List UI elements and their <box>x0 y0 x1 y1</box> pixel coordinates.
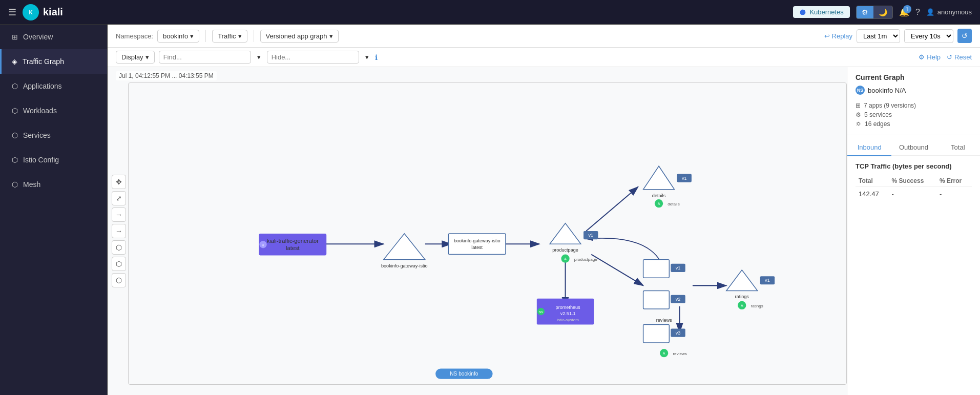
help-icon[interactable]: ? <box>915 8 920 17</box>
tcp-title: TCP Traffic (bytes per second) <box>856 162 972 170</box>
sidebar-item-overview[interactable]: ⊞ Overview <box>0 25 107 49</box>
graph-canvas[interactable]: Jul 1, 04:12:55 PM ... 04:13:55 PM ✥ ⤢ →… <box>108 67 847 395</box>
bell-wrap[interactable]: 🔔 1 <box>899 7 909 17</box>
traffic-dropdown-icon: ▾ <box>238 32 242 40</box>
apps-label: 7 apps (9 versions) <box>864 102 916 109</box>
graph-timestamp: Jul 1, 04:12:55 PM ... 04:13:55 PM <box>116 71 217 80</box>
sidebar-item-applications[interactable]: ⬡ Applications <box>0 74 107 98</box>
fit-tool[interactable]: ⤢ <box>112 191 126 205</box>
ns-bookinfo-text: NS bookinfo <box>450 371 478 377</box>
svg-text:K: K <box>29 10 33 15</box>
toolbar-right: ↩ Replay Last 1m Every 10s ↺ <box>824 29 972 43</box>
edges-icon: ⛭ <box>856 120 862 128</box>
help-button[interactable]: ⚙ Help <box>919 53 941 61</box>
namespace-label: Namespace: <box>116 32 153 40</box>
graph-main: Jul 1, 04:12:55 PM ... 04:13:55 PM ✥ ⤢ →… <box>108 67 847 395</box>
gateway-latest-label1: bookinfo-gateway-istio <box>454 238 501 243</box>
theme-light-button[interactable]: ⚙ <box>857 6 873 18</box>
sidebar-item-workloads[interactable]: ⬡ Workloads <box>0 98 107 123</box>
logo: K kiali <box>23 4 63 20</box>
productpage-node[interactable] <box>550 223 581 244</box>
right-panel-title: Current Graph <box>847 67 980 84</box>
graph-svg: kiali-traffic-generator latest K bookinf… <box>129 83 846 384</box>
tab-outbound[interactable]: Outbound <box>891 139 935 156</box>
reviews-v2-text: v2 <box>676 297 681 302</box>
traffic-dropdown[interactable]: Traffic ▾ <box>212 30 247 43</box>
refresh-button[interactable]: ↺ <box>957 29 972 43</box>
kubernetes-button[interactable]: Kubernetes <box>793 6 850 18</box>
help-icon: ⚙ <box>919 53 925 61</box>
ratings-label: ratings <box>735 294 749 299</box>
reset-label: Reset <box>954 53 972 61</box>
productpage-v1-text: v1 <box>588 233 593 238</box>
istio-config-icon: ⬡ <box>12 156 18 164</box>
user-info[interactable]: 👤 anonymous <box>926 8 972 16</box>
sidebar-item-traffic-graph[interactable]: ◈ Traffic Graph <box>0 49 107 74</box>
reviews-v3-node[interactable] <box>643 324 670 342</box>
tab-total[interactable]: Total <box>936 139 980 156</box>
network2-tool[interactable]: ⬡ <box>112 257 126 271</box>
edge-4 <box>586 187 638 231</box>
gateway-latest-label2: latest <box>471 245 483 250</box>
arrow-right-tool[interactable]: → <box>112 207 126 222</box>
hide-input[interactable] <box>267 51 359 64</box>
edges-stat: ⛭ 16 edges <box>856 119 972 129</box>
arrow-right2-tool[interactable]: → <box>112 224 126 238</box>
details-label: details <box>652 193 666 198</box>
sidebar-item-istio-config[interactable]: ⬡ Istio Config <box>0 148 107 172</box>
gateway-istio-label: bookinfo-gateway-istio <box>381 263 428 268</box>
namespace-dropdown[interactable]: bookinfo ▾ <box>157 30 199 43</box>
ns-name: bookinfo N/A <box>868 87 906 94</box>
find-input[interactable] <box>159 51 251 64</box>
sidebar-item-label: Overview <box>23 33 53 41</box>
traffic-label: Traffic <box>218 32 236 40</box>
tab-inbound[interactable]: Inbound <box>847 139 891 156</box>
display-dropdown[interactable]: Display ▾ <box>116 51 155 64</box>
layout-tool[interactable]: ⬡ <box>112 273 126 287</box>
prometheus-label1: prometheus <box>556 305 581 310</box>
main-layout: ⊞ Overview ◈ Traffic Graph ⬡ Application… <box>0 25 980 395</box>
gateway-latest-box[interactable] <box>448 234 506 255</box>
sidebar-item-services[interactable]: ⬡ Services <box>0 123 107 148</box>
namespace-group: Namespace: bookinfo ▾ <box>116 30 199 43</box>
reviews-v1-node[interactable] <box>643 260 670 278</box>
reviews-v2-node[interactable] <box>643 291 670 309</box>
theme-dark-button[interactable]: 🌙 <box>873 6 892 18</box>
success-value: - <box>889 187 936 201</box>
help-label: Help <box>927 53 941 61</box>
toolbar-separator-1 <box>205 30 206 42</box>
ratings-app-text: A <box>741 304 743 308</box>
svg-point-2 <box>800 9 806 15</box>
ns-badge-circle: NS <box>856 86 865 95</box>
hamburger-icon[interactable]: ☰ <box>8 7 16 18</box>
reset-button[interactable]: ↺ Reset <box>947 53 972 61</box>
info-icon[interactable]: ℹ <box>375 53 378 61</box>
graph-type-dropdown-icon: ▾ <box>329 32 333 40</box>
services-icon: ⬡ <box>12 131 18 139</box>
ratings-triangle[interactable] <box>726 270 758 291</box>
gateway-istio-node[interactable] <box>384 234 425 260</box>
reviews-app-label: reviews <box>673 351 687 356</box>
graph-type-dropdown[interactable]: Versioned app graph ▾ <box>260 30 339 43</box>
services-icon: ⚙ <box>856 111 861 118</box>
replay-button[interactable]: ↩ Replay <box>824 32 852 40</box>
reset-icon: ↺ <box>947 53 952 61</box>
sidebar-item-mesh[interactable]: ⬡ Mesh <box>0 172 107 197</box>
replay-label: Replay <box>832 32 852 40</box>
services-stat: ⚙ 5 services <box>856 110 972 119</box>
kiali-gen-node[interactable] <box>259 234 326 256</box>
interval-select[interactable]: Every 10s <box>904 29 953 43</box>
replay-icon: ↩ <box>824 32 830 40</box>
sidebar-item-label: Istio Config <box>23 156 59 164</box>
overview-icon: ⊞ <box>12 33 18 41</box>
details-node[interactable] <box>643 166 675 190</box>
namespace-value: bookinfo <box>163 32 188 40</box>
hide-dropdown[interactable]: ▾ <box>363 53 371 61</box>
network-tool[interactable]: ⬡ <box>112 240 126 255</box>
productpage-label: productpage <box>552 247 578 253</box>
time-range-select[interactable]: Last 1m <box>857 29 900 43</box>
kiali-gen-label1: kiali-traffic-generator <box>267 238 319 244</box>
graph-stats: ⊞ 7 apps (9 versions) ⚙ 5 services ⛭ 16 … <box>847 99 980 135</box>
pan-tool[interactable]: ✥ <box>112 175 126 189</box>
find-dropdown[interactable]: ▾ <box>255 53 263 61</box>
